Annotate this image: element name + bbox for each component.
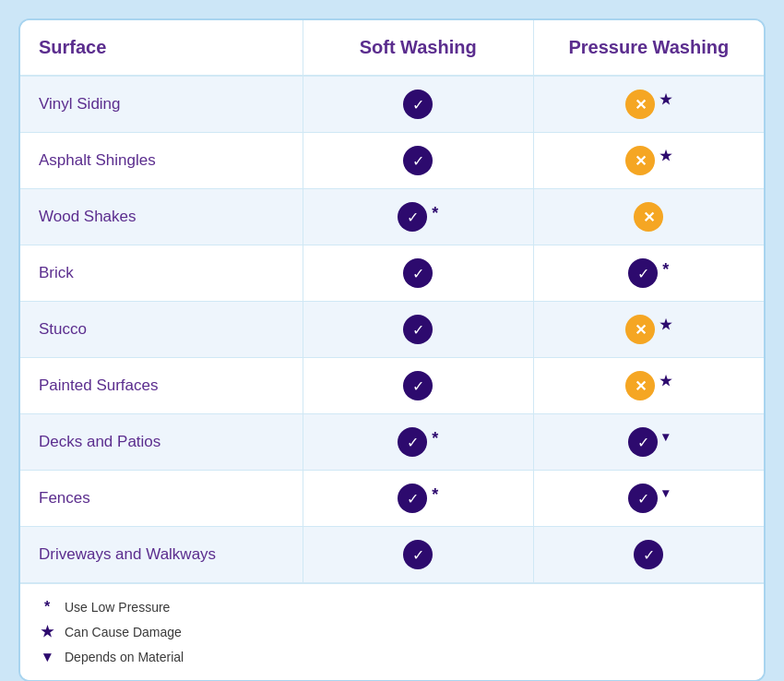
soft-washing-cell: ✓ — [303, 527, 533, 583]
surface-cell: Stucco — [20, 302, 303, 358]
legend-symbol: ★ — [39, 623, 55, 640]
table-body: Vinyl Siding✓✕★Asphalt Shingles✓✕★Wood S… — [20, 76, 764, 582]
legend-text: Depends on Material — [65, 650, 184, 664]
pressure-washing-cell: ✕ — [533, 189, 764, 245]
pressure-washing-cell: ✓▾ — [533, 414, 764, 471]
legend-item: ★Can Cause Damage — [39, 623, 745, 640]
soft-washing-cell: ✓* — [303, 189, 533, 245]
soft-washing-cell: ✓ — [303, 76, 533, 133]
pressure-washing-cell: ✓ — [533, 527, 764, 583]
table-row: Decks and Patios✓*✓▾ — [20, 414, 764, 471]
table-row: Fences✓*✓▾ — [20, 471, 764, 527]
legend-symbol: ▾ — [39, 648, 55, 665]
soft-washing-cell: ✓* — [303, 414, 533, 471]
soft-washing-cell: ✓ — [303, 133, 533, 189]
table-row: Asphalt Shingles✓✕★ — [20, 133, 764, 189]
legend-item: ▾Depends on Material — [39, 648, 745, 665]
soft-washing-cell: ✓ — [303, 302, 533, 358]
table-row: Driveways and Walkways✓✓ — [20, 527, 764, 583]
soft-washing-cell: ✓* — [303, 471, 533, 527]
surface-cell: Decks and Patios — [20, 414, 303, 471]
pressure-washing-cell: ✕★ — [533, 358, 764, 414]
soft-washing-cell: ✓ — [303, 358, 533, 414]
surface-cell: Driveways and Walkways — [20, 527, 303, 583]
pressure-washing-cell: ✕★ — [533, 302, 764, 358]
table-row: Brick✓✓* — [20, 245, 764, 302]
soft-washing-header: Soft Washing — [303, 20, 533, 76]
surface-cell: Painted Surfaces — [20, 358, 303, 414]
header-row: Surface Soft Washing Pressure Washing — [20, 20, 764, 76]
legend-symbol: * — [39, 599, 55, 615]
pressure-washing-cell: ✓▾ — [533, 471, 764, 527]
pressure-washing-cell: ✕★ — [533, 133, 764, 189]
pressure-washing-header: Pressure Washing — [533, 20, 764, 76]
table-row: Stucco✓✕★ — [20, 302, 764, 358]
surface-header: Surface — [20, 20, 303, 76]
table-row: Vinyl Siding✓✕★ — [20, 76, 764, 133]
pressure-washing-cell: ✕★ — [533, 76, 764, 133]
surface-cell: Asphalt Shingles — [20, 133, 303, 189]
legend-item: *Use Low Pressure — [39, 599, 745, 615]
surface-cell: Vinyl Siding — [20, 76, 303, 133]
comparison-card: Surface Soft Washing Pressure Washing Vi… — [18, 18, 766, 681]
table-row: Painted Surfaces✓✕★ — [20, 358, 764, 414]
comparison-table: Surface Soft Washing Pressure Washing Vi… — [20, 20, 764, 582]
pressure-washing-cell: ✓* — [533, 245, 764, 302]
surface-cell: Fences — [20, 471, 303, 527]
table-row: Wood Shakes✓*✕ — [20, 189, 764, 245]
surface-cell: Wood Shakes — [20, 189, 303, 245]
legend-section: *Use Low Pressure★Can Cause Damage▾Depen… — [20, 582, 764, 680]
soft-washing-cell: ✓ — [303, 245, 533, 302]
legend-text: Use Low Pressure — [65, 600, 170, 615]
surface-cell: Brick — [20, 245, 303, 302]
legend-text: Can Cause Damage — [65, 625, 182, 639]
